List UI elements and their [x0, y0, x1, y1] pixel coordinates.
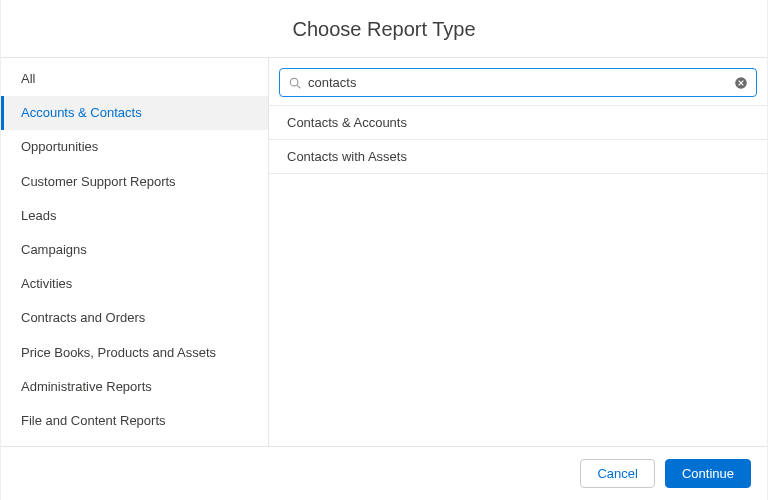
sidebar-item[interactable]: Customer Support Reports [1, 165, 268, 199]
sidebar-item[interactable]: Opportunities [1, 130, 268, 164]
modal-title: Choose Report Type [1, 0, 767, 58]
modal-footer: Cancel Continue [1, 447, 767, 500]
close-icon [734, 76, 748, 90]
svg-point-0 [290, 78, 298, 86]
sidebar-item[interactable]: Accounts & Contacts [1, 96, 268, 130]
results-list: Contacts & AccountsContacts with Assets [269, 105, 767, 446]
continue-button[interactable]: Continue [665, 459, 751, 488]
sidebar-item[interactable]: Contracts and Orders [1, 301, 268, 335]
search-container [269, 58, 767, 105]
modal-body: AllAccounts & ContactsOpportunitiesCusto… [1, 58, 767, 447]
clear-search-button[interactable] [734, 76, 748, 90]
svg-line-1 [297, 85, 300, 88]
main-panel: Contacts & AccountsContacts with Assets [269, 58, 767, 446]
result-row[interactable]: Contacts with Assets [269, 140, 767, 174]
sidebar-item[interactable]: Price Books, Products and Assets [1, 336, 268, 370]
sidebar-item[interactable]: File and Content Reports [1, 404, 268, 438]
search-icon [288, 76, 302, 90]
choose-report-type-modal: Choose Report Type AllAccounts & Contact… [0, 0, 768, 500]
search-box[interactable] [279, 68, 757, 97]
sidebar-item[interactable]: Campaigns [1, 233, 268, 267]
result-row[interactable]: Contacts & Accounts [269, 106, 767, 140]
sidebar-item[interactable]: All [1, 62, 268, 96]
sidebar-item[interactable]: Leads [1, 199, 268, 233]
category-sidebar: AllAccounts & ContactsOpportunitiesCusto… [1, 58, 269, 446]
cancel-button[interactable]: Cancel [580, 459, 654, 488]
sidebar-item[interactable]: Administrative Reports [1, 370, 268, 404]
sidebar-item[interactable]: Activities [1, 267, 268, 301]
search-input[interactable] [302, 73, 734, 92]
